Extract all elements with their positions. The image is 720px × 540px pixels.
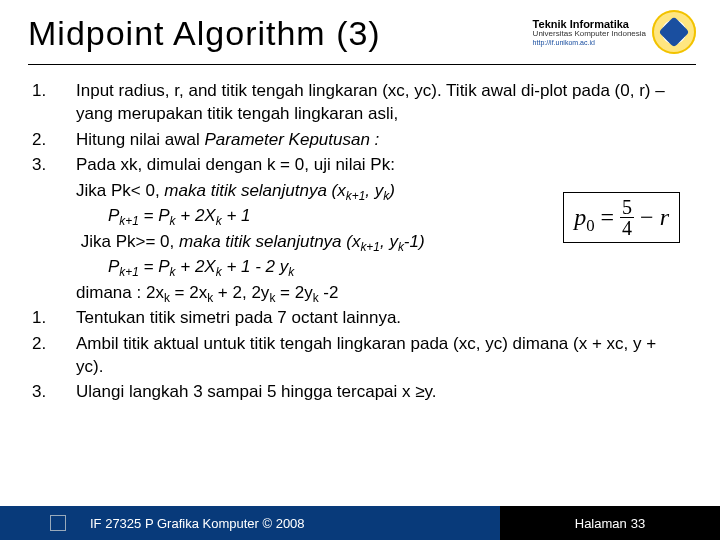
step-3: 3. Pada xk, dimulai dengan k = 0, uji ni… — [32, 153, 688, 176]
university-logo-icon — [652, 10, 696, 54]
step-number: 1. — [32, 79, 76, 126]
step-number: 2. — [32, 128, 76, 151]
step-1: 1. Input radius, r, and titik tengah lin… — [32, 79, 688, 126]
step-number: 3. — [32, 153, 76, 176]
slide: Midpoint Algorithm (3) Teknik Informatik… — [0, 0, 720, 540]
slide-body: 1. Input radius, r, and titik tengah lin… — [0, 65, 720, 506]
formula-p0: p0 = 5 4 − r — [563, 192, 680, 243]
slide-title: Midpoint Algorithm (3) — [28, 14, 533, 53]
fraction-icon: 5 4 — [620, 197, 634, 238]
step-4: 1. Tentukan titik simetri pada 7 octant … — [32, 306, 688, 329]
footer: IF 27325 P Grafika Komputer © 2008 Halam… — [0, 506, 720, 540]
step-text: Ambil titik aktual untuk titik tengah li… — [76, 332, 688, 379]
brand-url: http://if.unikom.ac.id — [533, 39, 646, 47]
step-number: 2. — [32, 332, 76, 379]
step-text: Pada xk, dimulai dengan k = 0, uji nilai… — [76, 153, 688, 176]
footer-page: Halaman 33 — [500, 506, 720, 540]
step-5: 2. Ambil titik aktual untuk titik tengah… — [32, 332, 688, 379]
step-3e: dimana : 2xk = 2xk + 2, 2yk = 2yk -2 — [32, 281, 688, 304]
equation: Pk+1 = Pk + 2Xk + 1 - 2 yk — [76, 255, 688, 278]
step-2: 2. Hitung nilai awal Parameter Keputusan… — [32, 128, 688, 151]
step-number: 3. — [32, 380, 76, 403]
brand-block: Teknik Informatika Universitas Komputer … — [533, 10, 696, 54]
step-3d: Pk+1 = Pk + 2Xk + 1 - 2 yk — [32, 255, 688, 278]
brand-university: Universitas Komputer Indonesia — [533, 30, 646, 39]
step-text: Tentukan titik simetri pada 7 octant lai… — [76, 306, 688, 329]
step-number: 1. — [32, 306, 76, 329]
brand-text: Teknik Informatika Universitas Komputer … — [533, 18, 646, 47]
step-text: Ulangi langkah 3 sampai 5 hingga tercapa… — [76, 380, 688, 403]
step-6: 3. Ulangi langkah 3 sampai 5 hingga terc… — [32, 380, 688, 403]
logo-diamond-icon — [658, 16, 689, 47]
step-text: Hitung nilai awal Parameter Keputusan : — [76, 128, 688, 151]
step-text: dimana : 2xk = 2xk + 2, 2yk = 2yk -2 — [76, 281, 688, 304]
header: Midpoint Algorithm (3) Teknik Informatik… — [0, 0, 720, 58]
brand-name: Teknik Informatika — [533, 18, 646, 30]
footer-course: IF 27325 P Grafika Komputer © 2008 — [0, 506, 500, 540]
step-text: Input radius, r, and titik tengah lingka… — [76, 79, 688, 126]
